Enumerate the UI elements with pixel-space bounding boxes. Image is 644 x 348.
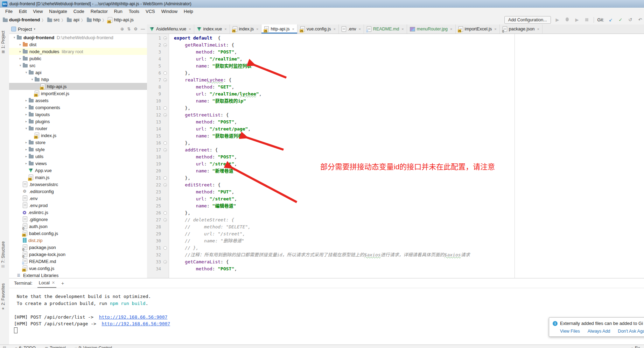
tree-item-layouts[interactable]: ▸layouts [9,111,147,118]
tree-item-package-json[interactable]: package.json [9,244,147,251]
fold-marker-icon[interactable] [163,246,167,250]
tab-env[interactable]: .env× [339,24,364,34]
git-update-icon[interactable]: ↙ [608,17,614,22]
tab-close-icon[interactable]: × [494,27,496,31]
fold-marker-icon[interactable] [163,176,167,180]
tree-chevron-icon[interactable]: ▾ [24,71,29,74]
tree-item-http-api-js[interactable]: http-api.js [9,83,147,90]
tree-item-vue-config-js[interactable]: vue.config.js [9,265,147,272]
menu-view[interactable]: View [30,8,46,15]
notification-action-always-add[interactable]: Always Add [588,329,610,334]
code-editor[interactable]: 1234567891011121314151617181920212223242… [147,34,644,278]
tree-chevron-icon[interactable]: ▸ [24,148,29,151]
add-configuration-button[interactable]: Add Configuration... [504,16,551,24]
stop-icon[interactable] [584,17,590,22]
fold-marker-icon[interactable] [163,71,167,75]
coverage-icon[interactable]: ▶ [574,17,580,22]
terminal-link[interactable]: http://192.168.66.56:9007 [99,314,168,320]
tab-http-api-js[interactable]: http-api.js× [261,24,298,34]
tab-menurouter-jpg[interactable]: menuRouter.jpg× [407,24,456,34]
tab-close-icon[interactable]: × [359,27,361,31]
tree-item-utils[interactable]: ▸utils [9,153,147,160]
tree-item-components[interactable]: ▸components [9,104,147,111]
code-lines[interactable]: export default { getRealTimeList: { meth… [174,35,644,272]
fold-marker-icon[interactable] [163,183,167,187]
tab-close-icon[interactable]: × [189,27,191,31]
tree-item-browserslistrc[interactable]: .browserslistrc [9,181,147,188]
menu-tools[interactable]: Tools [126,8,142,15]
tree-chevron-icon[interactable]: ▸ [18,50,23,53]
git-revert-icon[interactable]: ↶ [637,17,643,22]
tab-close-icon[interactable]: × [292,27,294,31]
tree-item-public[interactable]: ▸public [9,55,147,62]
menu-edit[interactable]: Edit [16,8,30,15]
tree-item-babel-config-js[interactable]: babel.config.js [9,230,147,237]
menu-run[interactable]: Run [111,8,126,15]
tree-item-src[interactable]: ▾src [9,62,147,69]
fold-marker-icon[interactable] [163,260,167,264]
tree-item-external-libraries[interactable]: ≣External Libraries [9,272,147,278]
fold-marker-icon[interactable] [163,141,167,145]
tree-item-env-prod[interactable]: .env.prod [9,202,147,209]
tree-item-dist[interactable]: ▸dist [9,41,147,48]
status-item-9-version-control[interactable]: ⑂9: Version Control [75,346,112,348]
project-view-dropdown-icon[interactable]: ▾ [34,27,35,31]
tab-close-icon[interactable]: × [401,27,404,31]
tree-item-http[interactable]: ▾http [9,76,147,83]
tree-chevron-icon[interactable]: ▸ [24,120,29,123]
run-icon[interactable]: ▶ [554,17,561,22]
menu-code[interactable]: Code [70,8,88,15]
terminal-tab-local[interactable]: Local ✕ [37,278,56,288]
tree-item-gitignore[interactable]: .gitignore [9,216,147,223]
tree-chevron-icon[interactable]: ▾ [18,64,23,67]
tree-item-duoji-frontend[interactable]: ▾duoji-frontendD:\zheheWeb\duoji-fronten… [9,34,147,41]
tree-item-views[interactable]: ▸views [9,160,147,167]
git-commit-icon[interactable]: ✓ [617,17,624,22]
git-history-icon[interactable]: ↺ [627,17,634,22]
fold-marker-icon[interactable] [163,113,167,117]
notification-action-don-t-ask-agai[interactable]: Don't Ask Agai [618,329,644,334]
breadcrumb-item-src[interactable]: src [47,17,59,22]
menu-vcs[interactable]: VCS [142,8,158,15]
tree-item-package-lock-json[interactable]: package-lock.json [9,251,147,258]
tree-chevron-icon[interactable]: ▸ [18,43,23,46]
tab-asidemenu-vue[interactable]: AsideMenu.vue× [147,24,194,34]
tree-item-plugins[interactable]: ▸plugins [9,118,147,125]
tree-chevron-icon[interactable]: ▾ [30,78,35,81]
breadcrumb-item-http-api-js[interactable]: http-api.js [108,17,133,23]
tree-chevron-icon[interactable]: ▸ [24,113,29,116]
fold-marker-icon[interactable] [163,78,167,82]
tree-item-env[interactable]: .env [9,195,147,202]
tree-item-style[interactable]: ▸style [9,146,147,153]
tree-item-eslintrc-js[interactable]: .eslintrc.js [9,209,147,216]
tab-package-json[interactable]: package.json× [500,24,542,34]
tree-item-auth-json[interactable]: auth.json [9,223,147,230]
tree-item-importexcel-js[interactable]: importExcel.js [9,90,147,97]
new-terminal-icon[interactable]: + [61,280,64,286]
tree-item-store[interactable]: ▸store [9,139,147,146]
tree-item-dist-zip[interactable]: dist.zip [9,237,147,244]
breadcrumb-item-api[interactable]: api [67,17,79,22]
tree-chevron-icon[interactable]: ▾ [24,127,29,130]
fold-marker-icon[interactable] [163,106,167,110]
tool-stripe-structure[interactable]: ☰ 7: Structure [1,241,6,268]
terminal-link[interactable]: http://192.168.66.56:9007 [102,321,170,326]
tree-chevron-icon[interactable]: ▸ [18,57,23,60]
tree-item-index-js[interactable]: index.js [9,132,147,139]
tab-close-icon[interactable]: × [450,27,452,31]
hide-panel-icon[interactable]: — [141,27,145,31]
status-item-6-todo[interactable]: ≡6: TODO [15,346,35,348]
tab-importexcel-js[interactable]: importExcel.js× [456,24,500,34]
event-log-item[interactable]: ● Ev [631,346,641,348]
notification-action-view-files[interactable]: View Files [560,329,580,334]
toolwindow-switcher-icon[interactable]: ▤ [3,346,6,348]
project-panel-title[interactable]: Project [18,27,32,32]
tree-item-assets[interactable]: ▸assets [9,97,147,104]
tab-close-icon[interactable]: × [224,27,226,31]
fold-marker-icon[interactable] [163,218,167,222]
tree-item-main-js[interactable]: main.js [9,174,147,181]
tree-item-readme-md[interactable]: README.md [9,258,147,265]
menu-refactor[interactable]: Refactor [88,8,111,15]
breadcrumb-item-http[interactable]: http [87,17,101,22]
tab-readme-md[interactable]: README.md× [364,24,407,34]
